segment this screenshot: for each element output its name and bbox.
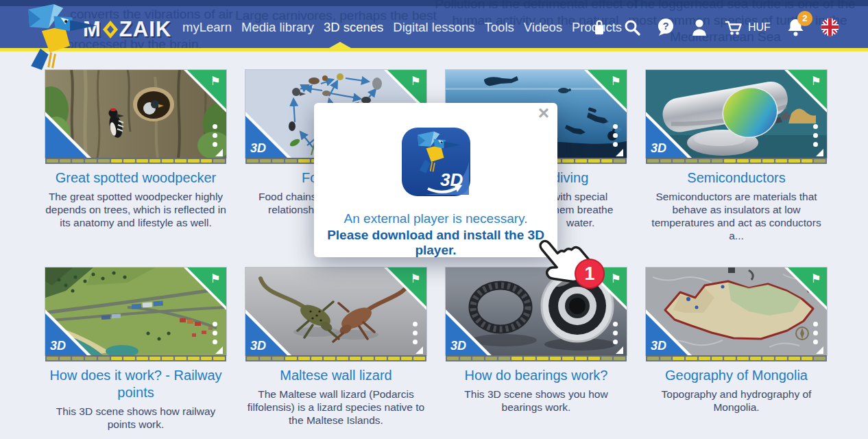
semiconductors-thumbnail[interactable]: ⚑ 3D <box>646 70 827 158</box>
search-icon[interactable] <box>623 19 641 36</box>
flag-icon: ⚑ <box>611 272 621 286</box>
nav-item-digital-lessons[interactable]: Digital lessons <box>393 20 474 35</box>
external-player-modal: × 3D An external player is necessary. Pl… <box>314 103 557 257</box>
card-menu-dots[interactable] <box>413 322 418 344</box>
3d-badge-label: 3D <box>250 339 266 353</box>
card-title[interactable]: Geography of Mongolia <box>646 367 827 384</box>
card-menu-dots[interactable] <box>213 322 217 344</box>
scene-card-bearings[interactable]: ⚑ 3D How do bearings work? This 3D scene… <box>446 268 627 414</box>
nav-item-mylearn[interactable]: myLearn <box>182 20 232 35</box>
scene-card-railway-points[interactable]: ⚑ 3D How does it work? - Railway points … <box>45 268 226 431</box>
progress-strip <box>646 355 827 361</box>
progress-strip <box>45 158 226 164</box>
card-menu-dots[interactable] <box>613 322 618 344</box>
flag-icon: ⚑ <box>811 74 821 88</box>
card-menu-dots[interactable] <box>613 124 618 147</box>
navbar-top-strip <box>0 0 868 6</box>
card-description: This 3D scene shows you how bearings wor… <box>446 388 627 414</box>
3d-badge-label: 3D <box>250 141 266 156</box>
main-menu: myLearn Media library 3D scenes Digital … <box>182 6 622 48</box>
language-flag-uk-icon[interactable] <box>821 18 839 36</box>
scene-card-woodpecker[interactable]: ⚑ Great spotted woodpecker The great spo… <box>45 70 226 230</box>
card-title[interactable]: How does it work? - Railway points <box>45 367 226 401</box>
mongolia-thumbnail[interactable]: ⚑ 3D <box>646 268 827 355</box>
nav-icon-bar: ? HUF 2 <box>591 6 839 48</box>
cart-icon[interactable]: HUF <box>724 18 771 36</box>
railway-thumbnail[interactable]: ⚑ 3D <box>45 268 226 355</box>
wordmark-rest: ZAIK <box>119 17 171 42</box>
nav-item-tools[interactable]: Tools <box>485 20 514 35</box>
nav-item-3d-scenes[interactable]: 3D scenes <box>324 20 383 35</box>
scene-card-mongolia[interactable]: ⚑ 3D Geography of Mongolia Topography an… <box>646 268 827 414</box>
mozaik-bird-logo-icon[interactable] <box>8 1 101 72</box>
mozaik-3d-app-icon: 3D <box>402 128 470 196</box>
modal-message: An external player is necessary. <box>314 211 557 226</box>
card-description: The Maltese wall lizard (Podarcis filfol… <box>245 388 426 427</box>
card-menu-dots[interactable] <box>213 124 217 147</box>
card-menu-dots[interactable] <box>813 322 818 344</box>
user-icon[interactable] <box>690 18 708 36</box>
modal-download-instruction[interactable]: Please download and install the 3D playe… <box>314 228 557 258</box>
nav-underline <box>0 48 868 51</box>
card-description: Semiconductors are materials that behave… <box>646 191 827 243</box>
nav-item-videos[interactable]: Videos <box>524 20 562 35</box>
currency-label: HUF <box>748 21 771 34</box>
card-menu-dots[interactable] <box>813 124 818 147</box>
3d-badge-label: 3D <box>450 339 466 353</box>
card-description: This 3D scene shows how railway points w… <box>45 405 226 431</box>
notification-badge: 2 <box>797 11 812 26</box>
close-icon[interactable]: × <box>538 103 549 123</box>
flag-icon: ⚑ <box>411 272 421 286</box>
woodpecker-thumbnail[interactable]: ⚑ <box>45 70 226 158</box>
card-title[interactable]: Maltese wall lizard <box>245 367 426 384</box>
lizard-thumbnail[interactable]: ⚑ 3D <box>245 268 426 355</box>
card-description: The great spotted woodpecker highly depe… <box>45 191 226 230</box>
progress-strip <box>646 158 827 164</box>
flag-icon: ⚑ <box>411 74 421 88</box>
progress-strip <box>446 355 627 361</box>
flag-icon: ⚑ <box>210 74 221 88</box>
3d-badge-label: 3D <box>651 339 666 353</box>
flag-icon: ⚑ <box>210 272 221 286</box>
nav-item-media-library[interactable]: Media library <box>241 20 314 35</box>
scene-card-semiconductors[interactable]: ⚑ 3D Semiconductors Semiconductors are m… <box>646 70 827 243</box>
card-title[interactable]: Great spotted woodpecker <box>45 169 226 187</box>
svg-text:?: ? <box>662 20 668 32</box>
top-navbar: converts the vibrations of air processed… <box>0 0 868 51</box>
tutorial-step-badge: 1 <box>575 259 605 289</box>
help-bubble-icon[interactable]: ? <box>657 18 675 36</box>
card-title[interactable]: Semiconductors <box>646 169 827 187</box>
flag-icon: ⚑ <box>611 74 621 88</box>
card-title[interactable]: How do bearings work? <box>446 367 627 384</box>
3d-badge-label: 3D <box>50 339 66 353</box>
progress-strip <box>245 355 426 361</box>
shopping-bag-icon[interactable] <box>591 18 607 37</box>
bell-icon[interactable]: 2 <box>786 17 805 37</box>
3d-badge-label: 3D <box>651 141 666 156</box>
card-description: Topography and hydrography of Mongolia. <box>646 388 827 414</box>
flag-icon: ⚑ <box>811 272 821 286</box>
diamond-icon <box>102 20 119 39</box>
scene-card-maltese-wall-lizard[interactable]: ⚑ 3D Maltese wall lizard The Maltese wal… <box>245 268 426 427</box>
progress-strip <box>45 355 226 361</box>
